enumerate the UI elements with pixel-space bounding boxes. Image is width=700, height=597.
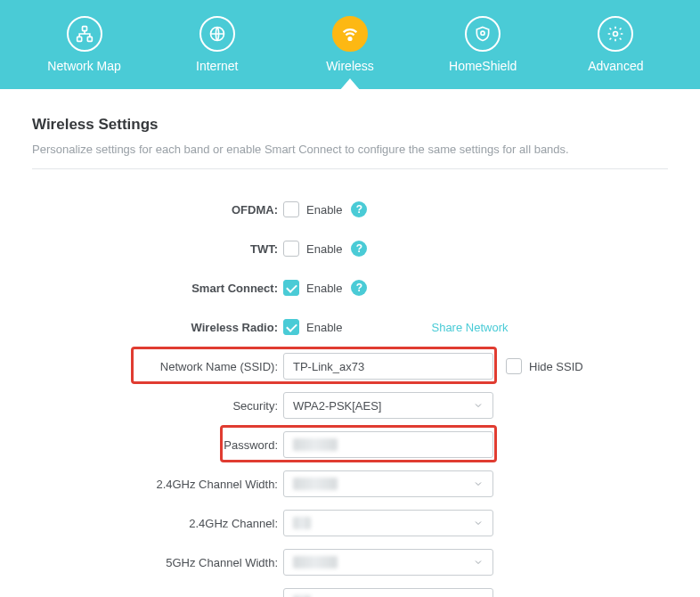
wireless-radio-checkbox[interactable]: [283, 319, 299, 335]
page-description: Personalize settings for each band or en…: [32, 143, 668, 169]
security-value: WPA2-PSK[AES]: [293, 399, 381, 413]
enable-label: Enable: [306, 242, 342, 256]
enable-label: Enable: [306, 282, 342, 295]
hide-ssid-label: Hide SSID: [529, 360, 583, 373]
chevron-down-icon: [473, 400, 484, 411]
password-value: [293, 438, 338, 451]
enable-label: Enable: [306, 203, 342, 217]
nav-label: Network Map: [47, 59, 120, 73]
nav-internet[interactable]: Internet: [164, 16, 271, 73]
twt-checkbox[interactable]: [283, 241, 299, 257]
smart-connect-checkbox[interactable]: [283, 280, 299, 296]
svg-point-6: [614, 32, 618, 37]
ch-width-5-value: [293, 556, 338, 568]
hide-ssid-checkbox[interactable]: [506, 358, 522, 374]
help-icon[interactable]: ?: [351, 280, 367, 296]
row-24-width: 2.4GHz Channel Width:: [32, 470, 668, 497]
svg-rect-2: [87, 37, 92, 41]
content: Wireless Settings Personalize settings f…: [0, 89, 700, 597]
svg-rect-0: [82, 27, 86, 31]
ch-width-24-select[interactable]: [283, 470, 493, 497]
row-wireless-radio: Wireless Radio: Enable Share Network: [32, 314, 668, 340]
wifi-icon: [332, 16, 368, 52]
svg-point-4: [349, 37, 352, 40]
nav-advanced[interactable]: Advanced: [562, 16, 669, 73]
chevron-down-icon: [473, 518, 484, 528]
row-24-ch: 2.4GHz Channel:: [32, 510, 668, 536]
nav-wireless[interactable]: Wireless: [297, 16, 403, 73]
row-ssid: Network Name (SSID): Hide SSID: [32, 353, 668, 380]
ofdma-label: OFDMA:: [32, 203, 283, 217]
password-input[interactable]: [283, 431, 493, 458]
gear-icon: [598, 16, 633, 52]
ch-24-select[interactable]: [283, 510, 493, 536]
security-label: Security:: [32, 399, 283, 413]
ch-width-5-select[interactable]: [283, 549, 493, 576]
row-security: Security: WPA2-PSK[AES]: [32, 392, 668, 419]
enable-label: Enable: [306, 321, 342, 334]
chevron-down-icon: [473, 557, 484, 568]
svg-rect-1: [77, 37, 81, 41]
page-title: Wireless Settings: [32, 116, 668, 134]
nav-label: Wireless: [326, 59, 374, 73]
ssid-label: Network Name (SSID):: [32, 360, 283, 373]
row-ofdma: OFDMA: Enable ?: [32, 196, 668, 223]
help-icon[interactable]: ?: [351, 241, 367, 257]
globe-icon: [199, 16, 235, 52]
nav-label: HomeShield: [449, 59, 517, 73]
ch-24-label: 2.4GHz Channel:: [32, 517, 283, 530]
row-5-width: 5GHz Channel Width:: [32, 549, 668, 576]
svg-point-5: [481, 31, 484, 35]
share-network-link[interactable]: Share Network: [431, 321, 508, 334]
network-map-icon: [67, 16, 102, 52]
twt-label: TWT:: [32, 242, 283, 256]
nav-label: Advanced: [588, 59, 643, 73]
ch-5-select[interactable]: [283, 588, 493, 597]
ssid-input[interactable]: [283, 353, 493, 380]
row-5-ch: 5GHz Channel:: [32, 588, 668, 597]
wireless-radio-label: Wireless Radio:: [32, 321, 283, 334]
row-password: Password:: [32, 431, 668, 458]
shield-icon: [465, 16, 501, 52]
row-twt: TWT: Enable ?: [32, 235, 668, 262]
ofdma-checkbox[interactable]: [283, 201, 299, 217]
nav-homeshield[interactable]: HomeShield: [429, 16, 536, 73]
ch-width-5-label: 5GHz Channel Width:: [32, 556, 283, 569]
top-nav: Network Map Internet Wireless HomeShield…: [0, 0, 700, 89]
nav-network-map[interactable]: Network Map: [31, 16, 138, 73]
security-select[interactable]: WPA2-PSK[AES]: [283, 392, 493, 419]
help-icon[interactable]: ?: [351, 201, 367, 217]
password-label: Password:: [32, 438, 283, 452]
smart-connect-label: Smart Connect:: [32, 282, 283, 295]
nav-label: Internet: [196, 59, 238, 73]
ch-width-24-value: [293, 478, 338, 490]
ch-width-24-label: 2.4GHz Channel Width:: [32, 478, 283, 491]
row-smart-connect: Smart Connect: Enable ?: [32, 274, 668, 301]
chevron-down-icon: [473, 478, 484, 489]
ch-24-value: [293, 517, 311, 529]
